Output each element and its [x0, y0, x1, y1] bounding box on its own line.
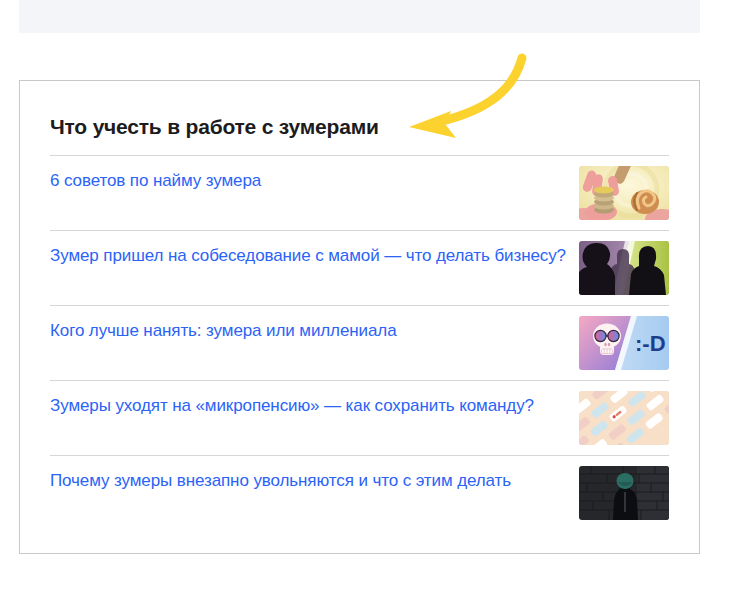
article-link[interactable]: 6 советов по найму зумера: [50, 168, 566, 194]
article-thumbnail-silhouettes[interactable]: [579, 241, 669, 295]
card-header: Что учесть в работе с зумерами: [50, 81, 669, 156]
teal-hair-person-illustration: [579, 466, 669, 520]
article-thumbnail-dark-person[interactable]: [579, 466, 669, 520]
page-top-strip: [19, 0, 700, 33]
widget-title: Что учесть в работе с зумерами: [50, 113, 669, 141]
article-link[interactable]: Кого лучше нанять: зумера или миллениала: [50, 318, 566, 344]
beach-loungers-illustration: [579, 391, 669, 445]
article-link[interactable]: Почему зумеры внезапно увольняются и что…: [50, 468, 566, 494]
article-row[interactable]: Зумер пришел на собеседование с мамой — …: [50, 231, 669, 306]
silhouettes-illustration: [579, 241, 669, 295]
article-row[interactable]: 6 советов по найму зумера: [50, 156, 669, 231]
coins-croissant-illustration: [579, 166, 669, 220]
skull-smiley-illustration: :-D: [579, 316, 669, 370]
article-row[interactable]: Кого лучше нанять: зумера или миллениала: [50, 306, 669, 381]
related-articles-card: Что учесть в работе с зумерами 6 советов…: [19, 80, 700, 554]
article-row[interactable]: Зумеры уходят на «микропенсию» — как сох…: [50, 381, 669, 456]
smiley-text: :-D: [635, 331, 666, 356]
article-thumbnail-loungers[interactable]: [579, 391, 669, 445]
article-row[interactable]: Почему зумеры внезапно увольняются и что…: [50, 456, 669, 556]
article-thumbnail-skull[interactable]: :-D: [579, 316, 669, 370]
article-thumbnail-coins[interactable]: [579, 166, 669, 220]
article-link[interactable]: Зумер пришел на собеседование с мамой — …: [50, 243, 566, 269]
article-link[interactable]: Зумеры уходят на «микропенсию» — как сох…: [50, 393, 566, 419]
